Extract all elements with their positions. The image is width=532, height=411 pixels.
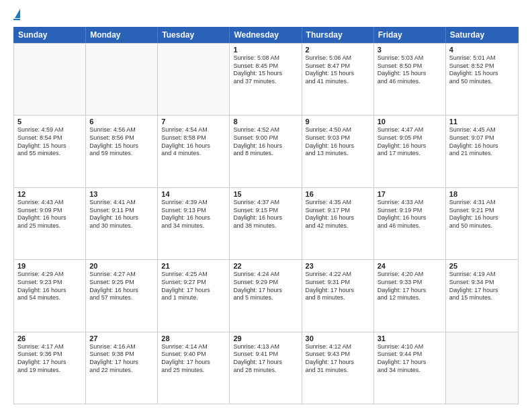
- header-cell-friday: Friday: [374, 28, 446, 42]
- calendar-cell-empty: [86, 44, 158, 115]
- day-info: Sunrise: 4:41 AM Sunset: 9:11 PM Dayligh…: [89, 199, 154, 230]
- calendar-cell-27: 27Sunrise: 4:16 AM Sunset: 9:38 PM Dayli…: [86, 332, 158, 404]
- day-info: Sunrise: 4:27 AM Sunset: 9:25 PM Dayligh…: [89, 271, 154, 302]
- day-number: 17: [378, 190, 442, 198]
- calendar-cell-26: 26Sunrise: 4:17 AM Sunset: 9:36 PM Dayli…: [14, 332, 86, 404]
- day-number: 5: [17, 118, 82, 126]
- calendar-cell-3: 3Sunrise: 5:03 AM Sunset: 8:50 PM Daylig…: [374, 44, 446, 115]
- calendar-row-5: 26Sunrise: 4:17 AM Sunset: 9:36 PM Dayli…: [14, 332, 518, 404]
- page: SundayMondayTuesdayWednesdayThursdayFrid…: [0, 0, 532, 411]
- day-number: 8: [233, 118, 298, 126]
- day-info: Sunrise: 4:13 AM Sunset: 9:41 PM Dayligh…: [233, 343, 298, 375]
- day-info: Sunrise: 5:08 AM Sunset: 8:45 PM Dayligh…: [233, 54, 298, 86]
- calendar-cell-19: 19Sunrise: 4:29 AM Sunset: 9:23 PM Dayli…: [14, 260, 86, 331]
- day-number: 1: [233, 46, 298, 54]
- day-info: Sunrise: 4:59 AM Sunset: 8:54 PM Dayligh…: [17, 126, 82, 158]
- day-info: Sunrise: 4:17 AM Sunset: 9:36 PM Dayligh…: [17, 343, 82, 375]
- day-number: 31: [378, 334, 442, 342]
- day-number: 6: [89, 118, 154, 126]
- header-cell-sunday: Sunday: [14, 28, 86, 42]
- calendar-cell-9: 9Sunrise: 4:50 AM Sunset: 9:03 PM Daylig…: [302, 116, 374, 187]
- calendar-row-2: 5Sunrise: 4:59 AM Sunset: 8:54 PM Daylig…: [14, 115, 518, 187]
- calendar-cell-20: 20Sunrise: 4:27 AM Sunset: 9:25 PM Dayli…: [86, 260, 158, 331]
- day-info: Sunrise: 4:54 AM Sunset: 8:58 PM Dayligh…: [161, 126, 226, 158]
- header-cell-wednesday: Wednesday: [230, 28, 302, 42]
- day-info: Sunrise: 4:20 AM Sunset: 9:33 PM Dayligh…: [378, 271, 442, 302]
- calendar-cell-29: 29Sunrise: 4:13 AM Sunset: 9:41 PM Dayli…: [230, 332, 302, 404]
- header-cell-thursday: Thursday: [302, 28, 374, 42]
- day-number: 28: [161, 334, 226, 342]
- day-number: 4: [449, 46, 515, 54]
- day-info: Sunrise: 4:33 AM Sunset: 9:19 PM Dayligh…: [378, 199, 442, 230]
- calendar-cell-12: 12Sunrise: 4:43 AM Sunset: 9:09 PM Dayli…: [14, 188, 86, 259]
- day-number: 13: [89, 190, 154, 198]
- logo-triangle-icon: [15, 9, 20, 18]
- day-number: 11: [449, 118, 515, 126]
- day-info: Sunrise: 4:14 AM Sunset: 9:40 PM Dayligh…: [161, 343, 226, 375]
- day-info: Sunrise: 4:45 AM Sunset: 9:07 PM Dayligh…: [449, 126, 515, 158]
- calendar-cell-31: 31Sunrise: 4:10 AM Sunset: 9:44 PM Dayli…: [374, 332, 446, 404]
- day-info: Sunrise: 4:29 AM Sunset: 9:23 PM Dayligh…: [17, 271, 82, 302]
- calendar-cell-21: 21Sunrise: 4:25 AM Sunset: 9:27 PM Dayli…: [158, 260, 230, 331]
- calendar-cell-17: 17Sunrise: 4:33 AM Sunset: 9:19 PM Dayli…: [374, 188, 446, 259]
- day-info: Sunrise: 4:47 AM Sunset: 9:05 PM Dayligh…: [378, 126, 442, 158]
- day-number: 27: [89, 334, 154, 342]
- day-info: Sunrise: 4:24 AM Sunset: 9:29 PM Dayligh…: [233, 271, 298, 302]
- calendar-cell-7: 7Sunrise: 4:54 AM Sunset: 8:58 PM Daylig…: [158, 116, 230, 187]
- day-info: Sunrise: 4:19 AM Sunset: 9:34 PM Dayligh…: [449, 271, 515, 302]
- day-number: 25: [449, 262, 515, 270]
- day-info: Sunrise: 4:31 AM Sunset: 9:21 PM Dayligh…: [449, 199, 515, 230]
- day-info: Sunrise: 4:12 AM Sunset: 9:43 PM Dayligh…: [306, 343, 370, 375]
- day-number: 30: [306, 334, 370, 342]
- day-info: Sunrise: 5:06 AM Sunset: 8:47 PM Dayligh…: [306, 54, 370, 86]
- calendar-row-3: 12Sunrise: 4:43 AM Sunset: 9:09 PM Dayli…: [14, 187, 518, 259]
- day-info: Sunrise: 4:16 AM Sunset: 9:38 PM Dayligh…: [89, 343, 154, 375]
- calendar-cell-24: 24Sunrise: 4:20 AM Sunset: 9:33 PM Dayli…: [374, 260, 446, 331]
- calendar-row-4: 19Sunrise: 4:29 AM Sunset: 9:23 PM Dayli…: [14, 259, 518, 331]
- calendar-cell-28: 28Sunrise: 4:14 AM Sunset: 9:40 PM Dayli…: [158, 332, 230, 404]
- calendar-cell-23: 23Sunrise: 4:22 AM Sunset: 9:31 PM Dayli…: [302, 260, 374, 331]
- header: [13, 11, 519, 20]
- calendar-cell-1: 1Sunrise: 5:08 AM Sunset: 8:45 PM Daylig…: [230, 44, 302, 115]
- calendar-cell-11: 11Sunrise: 4:45 AM Sunset: 9:07 PM Dayli…: [446, 116, 518, 187]
- day-info: Sunrise: 4:56 AM Sunset: 8:56 PM Dayligh…: [89, 126, 154, 158]
- logo-underline: [13, 19, 20, 20]
- day-info: Sunrise: 5:03 AM Sunset: 8:50 PM Dayligh…: [378, 54, 442, 86]
- day-number: 14: [161, 190, 226, 198]
- calendar-body: 1Sunrise: 5:08 AM Sunset: 8:45 PM Daylig…: [13, 43, 519, 404]
- day-number: 21: [161, 262, 226, 270]
- calendar-header: SundayMondayTuesdayWednesdayThursdayFrid…: [13, 27, 519, 43]
- day-number: 12: [17, 190, 82, 198]
- day-number: 3: [378, 46, 442, 54]
- calendar-cell-2: 2Sunrise: 5:06 AM Sunset: 8:47 PM Daylig…: [302, 44, 374, 115]
- day-number: 22: [233, 262, 298, 270]
- calendar-cell-14: 14Sunrise: 4:39 AM Sunset: 9:13 PM Dayli…: [158, 188, 230, 259]
- logo: [13, 11, 20, 20]
- calendar-cell-4: 4Sunrise: 5:01 AM Sunset: 8:52 PM Daylig…: [446, 44, 518, 115]
- day-info: Sunrise: 4:22 AM Sunset: 9:31 PM Dayligh…: [306, 271, 370, 302]
- day-number: 9: [306, 118, 370, 126]
- day-number: 15: [233, 190, 298, 198]
- calendar: SundayMondayTuesdayWednesdayThursdayFrid…: [13, 27, 519, 404]
- calendar-cell-16: 16Sunrise: 4:35 AM Sunset: 9:17 PM Dayli…: [302, 188, 374, 259]
- day-number: 26: [17, 334, 82, 342]
- day-number: 16: [306, 190, 370, 198]
- calendar-cell-15: 15Sunrise: 4:37 AM Sunset: 9:15 PM Dayli…: [230, 188, 302, 259]
- header-cell-monday: Monday: [86, 28, 158, 42]
- calendar-cell-8: 8Sunrise: 4:52 AM Sunset: 9:00 PM Daylig…: [230, 116, 302, 187]
- day-info: Sunrise: 4:35 AM Sunset: 9:17 PM Dayligh…: [306, 199, 370, 230]
- calendar-cell-empty: [446, 332, 518, 404]
- calendar-row-1: 1Sunrise: 5:08 AM Sunset: 8:45 PM Daylig…: [14, 43, 518, 115]
- day-number: 18: [449, 190, 515, 198]
- day-number: 19: [17, 262, 82, 270]
- day-info: Sunrise: 4:43 AM Sunset: 9:09 PM Dayligh…: [17, 199, 82, 230]
- day-number: 24: [378, 262, 442, 270]
- day-number: 20: [89, 262, 154, 270]
- day-info: Sunrise: 4:39 AM Sunset: 9:13 PM Dayligh…: [161, 199, 226, 230]
- calendar-cell-empty: [14, 44, 86, 115]
- calendar-cell-30: 30Sunrise: 4:12 AM Sunset: 9:43 PM Dayli…: [302, 332, 374, 404]
- day-info: Sunrise: 4:25 AM Sunset: 9:27 PM Dayligh…: [161, 271, 226, 302]
- day-info: Sunrise: 4:10 AM Sunset: 9:44 PM Dayligh…: [378, 343, 442, 375]
- calendar-cell-13: 13Sunrise: 4:41 AM Sunset: 9:11 PM Dayli…: [86, 188, 158, 259]
- day-number: 2: [306, 46, 370, 54]
